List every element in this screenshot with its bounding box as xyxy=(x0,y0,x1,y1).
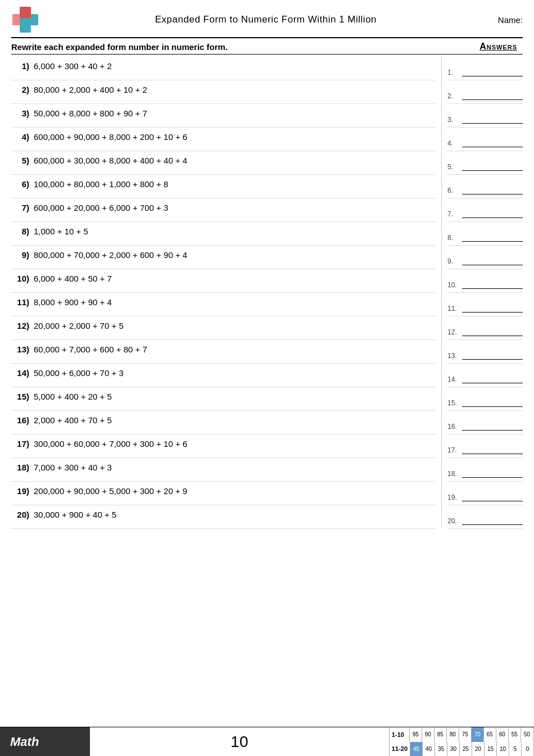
question-row: 20)30,000 + 900 + 40 + 5 xyxy=(11,505,436,529)
answer-line xyxy=(462,445,523,454)
answer-number: 2. xyxy=(447,92,461,100)
answer-line xyxy=(462,516,523,525)
question-row: 11)8,000 + 900 + 90 + 4 xyxy=(11,293,436,316)
answer-row: 11. xyxy=(447,293,523,316)
answer-row: 1. xyxy=(447,57,523,80)
question-row: 6)100,000 + 80,000 + 1,000 + 800 + 8 xyxy=(11,175,436,198)
question-number: 9) xyxy=(11,250,29,260)
question-number: 16) xyxy=(11,415,29,425)
question-row: 14)50,000 + 6,000 + 70 + 3 xyxy=(11,364,436,387)
answer-row: 5. xyxy=(447,151,523,175)
answer-row: 9. xyxy=(447,246,523,269)
answer-line xyxy=(462,256,523,265)
question-text: 1,000 + 10 + 5 xyxy=(34,227,88,236)
question-number: 4) xyxy=(11,132,29,142)
question-number: 1) xyxy=(11,61,29,71)
question-text: 8,000 + 900 + 90 + 4 xyxy=(34,297,112,307)
answer-row: 16. xyxy=(447,411,523,434)
answer-number: 15. xyxy=(447,399,461,407)
svg-rect-2 xyxy=(20,7,31,18)
question-row: 9)800,000 + 70,000 + 2,000 + 600 + 90 + … xyxy=(11,246,436,269)
answer-line xyxy=(462,374,523,383)
question-number: 11) xyxy=(11,297,29,307)
question-text: 600,000 + 30,000 + 8,000 + 400 + 40 + 4 xyxy=(34,156,187,165)
answer-number: 18. xyxy=(447,470,461,478)
question-text: 300,000 + 60,000 + 7,000 + 300 + 10 + 6 xyxy=(34,439,187,449)
question-text: 7,000 + 300 + 40 + 3 xyxy=(34,463,112,472)
question-text: 5,000 + 400 + 20 + 5 xyxy=(34,392,112,401)
answer-number: 3. xyxy=(447,116,461,124)
answer-row: 6. xyxy=(447,175,523,198)
answer-line xyxy=(462,67,523,76)
question-number: 18) xyxy=(11,463,29,472)
question-number: 10) xyxy=(11,274,29,283)
question-text: 20,000 + 2,000 + 70 + 5 xyxy=(34,321,124,331)
answer-line xyxy=(462,209,523,218)
question-text: 50,000 + 8,000 + 800 + 90 + 7 xyxy=(34,108,147,118)
score-cell: 35 xyxy=(435,742,447,757)
question-number: 5) xyxy=(11,156,29,165)
worksheet-number: 10 xyxy=(90,727,389,756)
score-cell: 80 xyxy=(447,727,459,742)
score-cell: 25 xyxy=(460,742,472,757)
answer-number: 16. xyxy=(447,423,461,431)
score-cell: 15 xyxy=(485,742,497,757)
question-text: 800,000 + 70,000 + 2,000 + 600 + 90 + 4 xyxy=(34,250,187,260)
answer-number: 10. xyxy=(447,281,461,289)
answer-line xyxy=(462,469,523,478)
answer-line xyxy=(462,185,523,194)
answer-number: 20. xyxy=(447,517,461,525)
math-label: Math xyxy=(10,735,39,749)
question-text: 2,000 + 400 + 70 + 5 xyxy=(34,415,112,425)
question-row: 3)50,000 + 8,000 + 800 + 90 + 7 xyxy=(11,104,436,128)
question-number: 6) xyxy=(11,179,29,189)
answer-number: 1. xyxy=(447,69,461,76)
answer-line xyxy=(462,162,523,171)
question-text: 60,000 + 7,000 + 600 + 80 + 7 xyxy=(34,345,147,354)
score-row: 11-20454035302520151050 xyxy=(390,742,534,757)
score-cell: 30 xyxy=(447,742,460,757)
score-cell: 75 xyxy=(459,727,472,742)
question-row: 5)600,000 + 30,000 + 8,000 + 400 + 40 + … xyxy=(11,151,436,175)
answer-line xyxy=(462,115,523,124)
score-row: 1-1095908580757065605550 xyxy=(390,727,534,742)
answers-header: Answers xyxy=(479,42,517,52)
question-row: 8)1,000 + 10 + 5 xyxy=(11,222,436,246)
score-cell: 50 xyxy=(521,727,533,742)
answer-number: 13. xyxy=(447,352,461,360)
footer: Math 10 1-109590858075706560555011-20454… xyxy=(0,727,534,756)
answer-number: 5. xyxy=(447,163,461,171)
question-row: 1)6,000 + 300 + 40 + 2 xyxy=(11,57,436,80)
answer-number: 14. xyxy=(447,375,461,383)
answer-number: 7. xyxy=(447,210,461,218)
answer-number: 9. xyxy=(447,257,461,265)
instructions-row: Rewrite each expanded form number in num… xyxy=(11,42,523,55)
answer-line xyxy=(462,398,523,407)
answer-row: 18. xyxy=(447,458,523,482)
question-row: 19)200,000 + 90,000 + 5,000 + 300 + 20 +… xyxy=(11,482,436,505)
question-text: 6,000 + 400 + 50 + 7 xyxy=(34,274,112,283)
question-row: 10)6,000 + 400 + 50 + 7 xyxy=(11,269,436,293)
score-cell: 40 xyxy=(423,742,435,757)
score-cell: 70 xyxy=(472,727,484,742)
answer-row: 7. xyxy=(447,198,523,222)
score-cell: 55 xyxy=(509,727,521,742)
question-number: 17) xyxy=(11,439,29,449)
question-row: 15)5,000 + 400 + 20 + 5 xyxy=(11,387,436,411)
score-table: 1-109590858075706560555011-2045403530252… xyxy=(389,727,534,756)
question-text: 600,000 + 90,000 + 8,000 + 200 + 10 + 6 xyxy=(34,132,187,142)
question-row: 18)7,000 + 300 + 40 + 3 xyxy=(11,458,436,482)
answer-row: 20. xyxy=(447,505,523,529)
name-label: Name: xyxy=(498,15,523,25)
question-number: 19) xyxy=(11,486,29,496)
answer-row: 8. xyxy=(447,222,523,246)
question-number: 20) xyxy=(11,510,29,519)
answer-number: 8. xyxy=(447,234,461,242)
question-number: 14) xyxy=(11,368,29,378)
page: Expanded Form to Numeric Form Within 1 M… xyxy=(0,0,534,756)
score-cell: 60 xyxy=(496,727,509,742)
score-cell: 0 xyxy=(522,742,534,757)
questions-column: 1)6,000 + 300 + 40 + 22)80,000 + 2,000 +… xyxy=(11,57,441,529)
answer-line xyxy=(462,233,523,242)
answer-number: 6. xyxy=(447,187,461,194)
